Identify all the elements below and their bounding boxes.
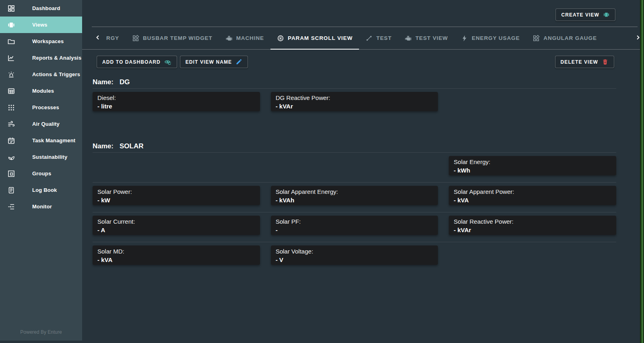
- sidebar-item-processes[interactable]: Processes: [0, 99, 82, 116]
- param-card: Diesel: - litre: [93, 92, 260, 111]
- vertical-scrollbar[interactable]: [640, 0, 644, 343]
- engine-icon: [405, 35, 412, 42]
- sidebar-item-dashboard[interactable]: Dashboard: [0, 0, 82, 17]
- sidebar-item-label: Dashboard: [32, 5, 60, 11]
- tab-param-scroll-view[interactable]: PARAM SCROLL VIEW: [270, 27, 359, 50]
- sidebar-item-label: Log Book: [32, 187, 57, 193]
- tab-rgy[interactable]: RGY: [104, 27, 126, 50]
- sidebar-item-label: Monitor: [32, 204, 52, 210]
- param-value: - kVAh: [276, 196, 433, 204]
- sidebar-item-log-book[interactable]: Log Book: [0, 182, 82, 198]
- param-label: Solar Current:: [97, 217, 255, 226]
- param-value: - V: [276, 256, 433, 264]
- param-card: Solar Current: - A: [93, 216, 260, 235]
- create-view-button[interactable]: CREATE VIEW: [555, 8, 615, 21]
- param-label: Solar Apparent Energy:: [276, 187, 433, 196]
- section-name-value: SOLAR: [120, 142, 144, 150]
- delete-view-button[interactable]: DELETE VIEW: [555, 56, 614, 68]
- view-tabs: RGY BUSBAR TEMP WIDGET MACHINE: [82, 27, 644, 50]
- section-title: Name: DG: [93, 78, 616, 86]
- top-bar: CREATE VIEW: [82, 0, 644, 27]
- param-value: - kVAr: [276, 102, 433, 110]
- param-card: Solar Voltage: - V: [271, 245, 438, 265]
- section-title: Name: SOLAR: [93, 142, 616, 150]
- tab-busbar-temp-widget[interactable]: BUSBAR TEMP WIDGET: [126, 27, 219, 50]
- param-label: Solar Power:: [97, 187, 255, 196]
- sidebar-item-reports-analysis[interactable]: Reports & Analysis: [0, 50, 82, 66]
- section-dg: Name: DG Diesel: - litre DG Reactive Pow…: [93, 78, 616, 118]
- delete-view-label: DELETE VIEW: [561, 59, 598, 65]
- sidebar-item-actions-triggers[interactable]: Actions & Triggers: [0, 66, 82, 83]
- param-row: Solar Energy: - kWh: [93, 152, 616, 182]
- views-icon: [7, 21, 15, 29]
- param-card: DG Reactive Power: - kVAr: [271, 92, 438, 111]
- section-name-label: Name:: [93, 78, 114, 86]
- param-value: - kWh: [454, 166, 611, 175]
- sidebar-item-label: Reports & Analysis: [32, 55, 81, 61]
- tab-label: BUSBAR TEMP WIDGET: [143, 35, 213, 41]
- sidebar-item-views[interactable]: Views: [0, 17, 82, 33]
- powered-by-text: Powered By Enture: [0, 329, 82, 335]
- widgets-icon: [132, 35, 139, 42]
- param-card: Solar Apparent Power: - kVA: [449, 186, 616, 205]
- param-row: Solar MD: - kVA Solar Voltage: - V: [93, 242, 616, 272]
- sidebar-item-label: Sustainability: [32, 154, 67, 160]
- param-value: -: [276, 226, 433, 234]
- tab-machine[interactable]: MACHINE: [219, 27, 270, 50]
- main-area: CREATE VIEW RGY BUSBAR TEMP WIDGET: [82, 0, 644, 343]
- section-solar: Name: SOLAR Solar Energy: - kWh Solar Po…: [93, 142, 616, 272]
- view-toolbar: ADD TO DASHBOARD EDIT VIEW NAME DELETE V…: [82, 56, 644, 69]
- sidebar-item-label: Actions & Triggers: [32, 71, 80, 77]
- add-to-dashboard-button[interactable]: ADD TO DASHBOARD: [97, 56, 177, 68]
- section-name-value: DG: [120, 78, 130, 86]
- tab-label: PARAM SCROLL VIEW: [288, 35, 353, 41]
- wind-icon: [7, 120, 15, 128]
- sidebar-item-workspaces[interactable]: Workspaces: [0, 33, 82, 50]
- dots-grid-icon: [7, 104, 15, 112]
- param-value: - kVAr: [454, 226, 611, 234]
- alarm-light-icon: [7, 71, 15, 79]
- sidebar-item-modules[interactable]: Modules: [0, 83, 82, 99]
- tabs-scroll-left-button[interactable]: [92, 35, 104, 42]
- bolt-icon: [461, 35, 468, 42]
- sidebar-item-label: Views: [32, 22, 47, 28]
- pencil-icon: [235, 58, 242, 65]
- param-label: Diesel:: [97, 94, 255, 102]
- param-row: Diesel: - litre DG Reactive Power: - kVA…: [93, 88, 616, 118]
- tab-energy-usage[interactable]: ENERGY USAGE: [454, 27, 526, 50]
- sidebar-item-air-quality[interactable]: Air Quality: [0, 116, 82, 132]
- dashboard-icon: [7, 4, 15, 12]
- gauge-dial-icon: [277, 35, 284, 42]
- param-card: Solar Energy: - kWh: [449, 156, 616, 175]
- param-label: Solar MD:: [97, 247, 255, 256]
- sidebar: Dashboard Views Workspaces Reports & Ana…: [0, 0, 82, 341]
- tab-test-view[interactable]: TEST VIEW: [398, 27, 454, 50]
- param-card: Solar PF: -: [271, 216, 438, 235]
- tab-angular-gauge[interactable]: ANGULAR GAUGE: [526, 27, 603, 50]
- sidebar-item-label: Groups: [32, 170, 51, 177]
- sidebar-item-label: Processes: [32, 104, 59, 110]
- param-card: Solar Apparent Energy: - kVAh: [271, 186, 438, 205]
- edit-view-name-label: EDIT VIEW NAME: [186, 59, 232, 65]
- sidebar-item-groups[interactable]: Groups: [0, 165, 82, 182]
- param-value: - A: [97, 226, 255, 234]
- param-value: - kW: [97, 196, 255, 204]
- create-view-icon: [603, 11, 610, 18]
- view-content: Name: DG Diesel: - litre DG Reactive Pow…: [82, 78, 644, 272]
- sprout-icon: [7, 153, 15, 161]
- empty-cell: [271, 156, 438, 175]
- param-value: - kVA: [97, 256, 255, 264]
- sidebar-item-label: Workspaces: [32, 38, 64, 44]
- tab-test[interactable]: TEST: [359, 27, 398, 50]
- sidebar-item-sustainability[interactable]: Sustainability: [0, 149, 82, 165]
- sidebar-item-task-managment[interactable]: Task Managment: [0, 132, 82, 149]
- monitor-lines-icon: [7, 203, 15, 211]
- sidebar-item-monitor[interactable]: Monitor: [0, 198, 82, 215]
- param-row: Solar Power: - kW Solar Apparent Energy:…: [93, 182, 616, 212]
- topbar-divider: [92, 27, 638, 27]
- param-value: - kVA: [454, 196, 611, 204]
- chevron-left-icon: [95, 35, 101, 42]
- edit-view-name-button[interactable]: EDIT VIEW NAME: [180, 56, 248, 68]
- tab-label: ANGULAR GAUGE: [543, 35, 597, 41]
- empty-cell: [93, 156, 260, 175]
